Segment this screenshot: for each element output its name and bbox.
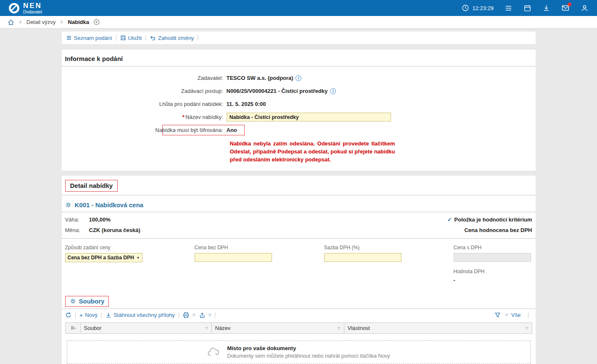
save-button[interactable]: Uložit	[120, 35, 142, 41]
download-icon	[106, 312, 111, 318]
detail-header: Detail nabídky	[62, 176, 536, 195]
separator	[116, 35, 116, 41]
separator	[101, 312, 102, 318]
section-informace-k-podani: Informace k podání Zadavatel: TESCO SW a…	[62, 50, 536, 171]
nazev-nabidky-input[interactable]	[227, 113, 391, 121]
command-toolbar: Seznam podání Uložit Zahodit změny	[62, 32, 536, 44]
mail-badge	[568, 3, 571, 6]
separator	[145, 35, 146, 41]
filter-dropdown-icon[interactable]	[338, 326, 340, 330]
section-title: Informace k podání	[65, 55, 532, 62]
section-header: Informace k podání	[62, 50, 536, 66]
cena-bez-dph-label: Cena bez DPH	[195, 245, 272, 251]
zadavaci-postup-value: N006/25/V00004221 - Čistící prostředky	[227, 88, 328, 94]
field-cena-s-dph: Cena s DPH Hodnota DPH -	[454, 245, 531, 283]
soubory-header: Soubory	[62, 296, 536, 309]
nen-logo[interactable]: NEN Dodavatel	[8, 2, 42, 14]
annotation-box: Soubory	[65, 296, 109, 307]
refresh-icon	[65, 312, 71, 318]
cena-bez-dph-input[interactable]	[195, 253, 272, 262]
calendar-icon[interactable]	[523, 4, 531, 12]
funnel-icon	[494, 312, 501, 318]
field-sifrovana: Nabídka musí být šifrována: Ano	[62, 124, 536, 137]
column-header-vlastnost[interactable]: Vlastnost	[344, 323, 532, 333]
chevron-down-icon[interactable]	[505, 313, 508, 317]
mail-icon[interactable]	[561, 4, 570, 12]
field-hodnota-dph: Hodnota DPH -	[454, 269, 531, 283]
vaha-value: 100,00%	[89, 216, 111, 223]
dropzone-title: Místo pro vaše dokumenty	[227, 345, 390, 351]
field-cena-bez-dph: Cena bez DPH	[195, 245, 272, 283]
k001-title: K001 - Nabídková cena	[75, 201, 143, 208]
field-zadavatel: Zadavatel: TESCO SW a.s. (podpora)	[62, 71, 536, 84]
sifrovana-label: Nabídka musí být šifrována:	[62, 127, 227, 133]
mena-label: Měna:	[65, 227, 89, 233]
column-header-nazev[interactable]: Název	[212, 323, 344, 333]
list-icon	[66, 35, 72, 41]
field-sazba-dph: Sazba DPH (%)	[324, 245, 402, 283]
breadcrumb-item-detail-vyzvy[interactable]: Detail výzvy	[26, 19, 55, 25]
zadavatel-label: Zadavatel:	[62, 75, 227, 81]
info-form: Zadavatel: TESCO SW a.s. (podpora) Zadáv…	[62, 71, 536, 164]
nazev-nabidky-label: Název nabídky:	[185, 114, 223, 120]
soubory-title: Soubory	[79, 298, 105, 305]
close-icon[interactable]	[93, 19, 100, 25]
sazba-dph-input[interactable]	[324, 253, 402, 262]
cloud-upload-icon	[207, 347, 221, 357]
vse-filter-button[interactable]: Vše	[511, 312, 520, 318]
export-button[interactable]	[199, 312, 211, 318]
chevron-right-icon	[18, 20, 22, 24]
chevron-down-icon[interactable]	[193, 313, 195, 317]
zadavatel-value: TESCO SW a.s. (podpora)	[227, 75, 293, 81]
dph-note: Cena hodnocena bez DPH	[464, 227, 532, 233]
filter-button[interactable]	[494, 312, 501, 318]
files-table-header: Soubor Název Vlastnost	[65, 322, 532, 334]
logo-text: NEN	[23, 2, 42, 9]
discard-changes-button[interactable]: Zahodit změny	[150, 35, 194, 41]
kriterium-note: Položka je hodnotící kritérium	[447, 216, 532, 223]
separator	[198, 35, 198, 41]
info-icon[interactable]	[296, 75, 301, 81]
column-chooser-icon[interactable]	[66, 323, 81, 333]
download-icon[interactable]	[542, 4, 550, 12]
price-form: Způsob zadání ceny Cena bez DPH a Sazba …	[65, 245, 532, 283]
files-toolbar: Nový Stáhnout všechny přílohy	[62, 309, 536, 321]
info-icon[interactable]	[330, 88, 336, 94]
column-header-soubor[interactable]: Soubor	[81, 323, 212, 333]
required-mark: *	[182, 114, 185, 120]
header-bar: NEN Dodavatel 12:23:29	[0, 0, 597, 16]
novy-button[interactable]: Nový	[79, 312, 98, 319]
breadcrumb-item-nabidka: Nabídka	[68, 19, 89, 25]
save-icon	[120, 35, 126, 41]
export-icon	[199, 312, 205, 318]
user-icon[interactable]	[581, 4, 589, 12]
document-dropzone[interactable]: Místo pro vaše dokumenty Dokumenty sem m…	[67, 340, 531, 364]
gears-icon	[65, 202, 71, 208]
separator	[528, 312, 528, 318]
sazba-dph-label: Sazba DPH (%)	[324, 245, 402, 251]
chevron-down-icon[interactable]	[209, 313, 211, 317]
home-icon[interactable]	[8, 19, 14, 26]
lhuta-label: Lhůta pro podání nabídek:	[62, 101, 227, 107]
lhuta-value: 11. 5. 2025 0:00	[227, 101, 266, 107]
filter-dropdown-icon[interactable]	[526, 326, 528, 330]
zpusob-select[interactable]: Cena bez DPH a Sazba DPH	[65, 253, 143, 262]
row-mena: Měna: CZK (koruna česká) Cena hodnocena …	[62, 225, 536, 235]
seznam-podani-button[interactable]: Seznam podání	[66, 35, 112, 41]
refresh-button[interactable]	[65, 312, 71, 318]
printer-icon	[183, 312, 189, 318]
hodnota-dph-label: Hodnota DPH	[454, 269, 531, 274]
filter-dropdown-icon[interactable]	[205, 326, 208, 330]
session-time: 12:23:29	[462, 4, 494, 12]
menu-icon[interactable]	[505, 4, 512, 12]
separator	[215, 312, 215, 318]
vaha-label: Váha:	[65, 216, 89, 223]
stahnout-prilohy-button[interactable]: Stáhnout všechny přílohy	[106, 312, 175, 318]
zpusob-label: Způsob zadání ceny	[65, 245, 143, 251]
nen-logo-icon	[8, 3, 20, 14]
clock-icon	[462, 4, 469, 12]
print-button[interactable]	[183, 312, 195, 318]
page-body: Seznam podání Uložit Zahodit změny Infor…	[0, 29, 597, 364]
k001-header: K001 - Nabídková cena	[62, 195, 536, 212]
not-sent-warning: Nabídka nebyla zatím odeslána. Odeslání …	[230, 140, 395, 164]
